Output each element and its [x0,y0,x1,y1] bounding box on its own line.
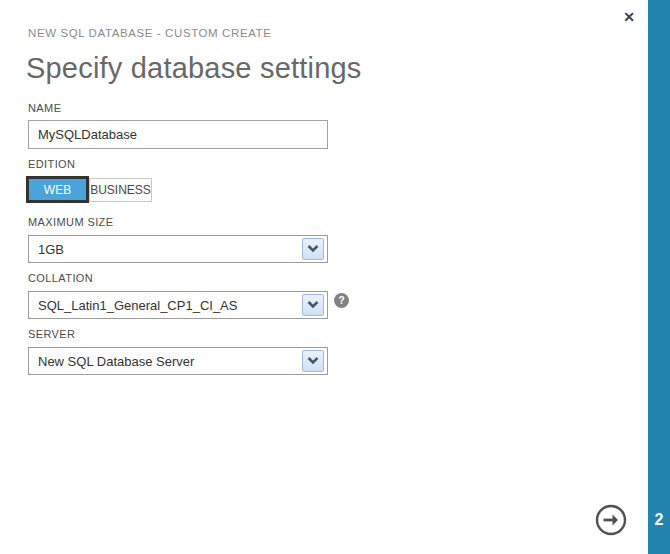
chevron-down-icon[interactable] [302,294,324,316]
next-arrow-button[interactable] [595,504,627,536]
wizard-step-strip [648,0,670,554]
maximum-size-select[interactable]: 1GB [28,235,328,263]
wizard-step-number: 2 [648,511,670,529]
arrow-right-icon [595,504,627,536]
collation-select[interactable]: SQL_Latin1_General_CP1_CI_AS [28,291,328,319]
help-icon[interactable]: ? [334,293,349,308]
chevron-down-icon[interactable] [302,238,324,260]
maximum-size-value: 1GB [38,236,297,262]
collation-value: SQL_Latin1_General_CP1_CI_AS [38,292,297,318]
breadcrumb: NEW SQL DATABASE - CUSTOM CREATE [28,27,271,39]
page-title: Specify database settings [26,52,361,85]
server-label: SERVER [28,328,75,340]
edition-option-business[interactable]: BUSINESS [89,178,152,202]
server-value: New SQL Database Server [38,348,297,374]
edition-option-web-label: WEB [44,183,71,197]
edition-option-web[interactable]: WEB [26,176,89,203]
collation-label: COLLATION [28,272,93,284]
maximum-size-label: MAXIMUM SIZE [28,216,113,228]
chevron-down-icon[interactable] [302,350,324,372]
server-select[interactable]: New SQL Database Server [28,347,328,375]
close-icon[interactable]: ✕ [620,8,638,26]
edition-option-business-label: BUSINESS [90,183,151,197]
name-label: NAME [28,102,61,114]
edition-label: EDITION [28,158,75,170]
name-input[interactable] [28,120,328,149]
